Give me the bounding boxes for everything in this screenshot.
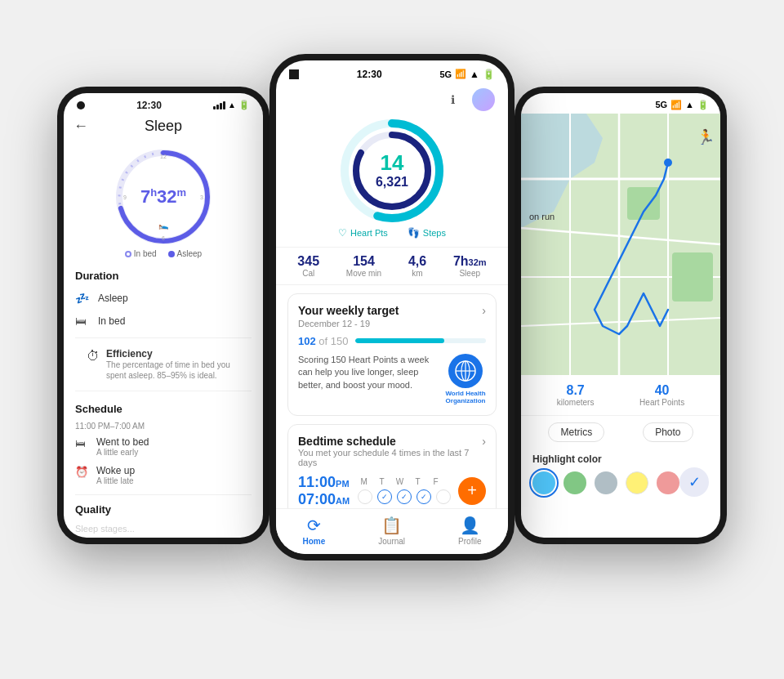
nav-profile[interactable]: 👤 Profile — [458, 516, 481, 546]
weekly-target-card: Your weekly target › December 12 - 19 10… — [287, 293, 497, 416]
woke-up-icon: ⏰ — [75, 466, 90, 478]
cal-value: 345 — [297, 254, 319, 269]
ring-main-value: 14 — [376, 151, 408, 175]
left-header: ← Sleep — [64, 114, 263, 141]
color-red-dot[interactable] — [657, 471, 679, 494]
heartpts-map-label: Heart Points — [639, 398, 684, 407]
right-battery-icon: 🔋 — [697, 100, 709, 110]
weekly-card-desc: Scoring 150 Heart Points a week can help… — [298, 354, 437, 393]
confirm-button[interactable]: ✓ — [679, 467, 709, 497]
left-time: 12:30 — [136, 100, 162, 111]
day-m-label: M — [358, 477, 371, 486]
went-to-bed-row: 🛏 Went to bed A little early — [64, 432, 263, 461]
nav-journal[interactable]: 📋 Journal — [378, 516, 405, 546]
map-stats: 8.7 kilometers 40 Heart Points — [521, 375, 720, 416]
avatar[interactable] — [472, 88, 495, 111]
movemin-stat: 154 Move min — [346, 254, 381, 278]
woke-up-sub: A little late — [96, 476, 135, 485]
asleep-dot — [168, 251, 175, 257]
color-gray-dot[interactable] — [595, 471, 617, 494]
asleep-label-row: Asleep — [98, 293, 128, 304]
battery-icon: 🔋 — [483, 69, 495, 80]
home-icon: ⟳ — [307, 516, 321, 535]
km-map-value: 8.7 — [557, 383, 595, 398]
profile-icon: 👤 — [460, 516, 480, 535]
quality-placeholder: Sleep stages... — [64, 520, 263, 537]
schedule-section: Schedule 11:00 PM–7:00 AM 🛏 Went to bed … — [64, 396, 263, 489]
km-map-stat: 8.7 kilometers — [557, 383, 595, 407]
center-network: 5G — [439, 69, 452, 79]
day-f-label: F — [430, 477, 443, 486]
day-t2-check: ✓ — [416, 489, 431, 504]
ring-container: 14 6,321 — [276, 118, 508, 224]
info-button[interactable]: ℹ — [441, 88, 464, 111]
sleep-clock: 12 3 6 9 🛌 7h32m — [64, 148, 263, 246]
divider2 — [75, 391, 252, 391]
schedule-title: Schedule — [64, 400, 263, 420]
runner-icon: 🏃 — [697, 128, 715, 146]
km-map-label: kilometers — [557, 398, 595, 407]
bedtime-schedule-card: Bedtime schedule › You met your schedule… — [287, 424, 497, 519]
metric-labels: ♡ Heart Pts 👣 Steps — [276, 227, 508, 239]
woke-up-main: Woke up — [96, 465, 135, 476]
run-label-text: on run — [529, 212, 555, 221]
signal-icon: ▲ — [470, 69, 479, 80]
day-t1-check: ✓ — [377, 489, 392, 504]
steps-text: Steps — [423, 228, 446, 238]
photo-button[interactable]: Photo — [643, 422, 693, 442]
svg-text:9: 9 — [123, 194, 127, 200]
went-to-bed-sub: A little early — [96, 448, 149, 457]
sleep-title: Sleep — [96, 118, 253, 135]
day-t2-label: T — [412, 477, 425, 486]
progress-text: 102 of 150 — [298, 335, 349, 347]
color-green-dot[interactable] — [564, 471, 586, 494]
day-t1-label: T — [376, 477, 389, 486]
left-phone: 12:30 ▲ 🔋 ← Sleep — [57, 87, 270, 544]
center-status-icons: 5G 📶 ▲ 🔋 — [439, 69, 495, 80]
svg-rect-24 — [627, 187, 660, 220]
efficiency-row: ⏱ Efficiency The percentage of time in b… — [64, 343, 263, 386]
bedtime-arrow[interactable]: › — [482, 435, 486, 448]
left-status-bar: 12:30 ▲ 🔋 — [64, 93, 263, 114]
metrics-button[interactable]: Metrics — [548, 422, 604, 442]
efficiency-icon: ⏱ — [87, 349, 100, 364]
right-toolbar: Metrics Photo — [521, 416, 720, 449]
heartpts-map-stat: 40 Heart Points — [639, 383, 684, 407]
clock-time-display: 7h32m — [140, 185, 186, 207]
heartpts-text: Heart Pts — [350, 228, 388, 238]
progress-row: 102 of 150 — [298, 335, 486, 347]
who-emblem — [454, 360, 477, 382]
quality-title: Quality — [64, 500, 263, 520]
inbed-label-row: In bed — [98, 315, 125, 327]
highlight-title: Highlight color — [532, 453, 709, 465]
left-status-icons: ▲ 🔋 — [213, 100, 250, 110]
color-blue-dot[interactable] — [532, 471, 555, 494]
run-start-dot — [664, 159, 672, 167]
clock-minutes: 32 — [157, 186, 176, 207]
home-label: Home — [303, 537, 326, 546]
went-to-bed-icon: 🛏 — [75, 437, 90, 449]
color-yellow-dot[interactable] — [626, 471, 648, 494]
divider1 — [75, 337, 252, 338]
add-schedule-button[interactable]: + — [458, 477, 486, 505]
right-phone: 5G 📶 ▲ 🔋 — [514, 87, 727, 544]
who-logo: World Health Organization — [445, 354, 486, 405]
center-status-bar: 12:30 5G 📶 ▲ 🔋 — [276, 60, 508, 83]
cal-label: Cal — [297, 269, 319, 278]
asleep-icon: 💤 — [75, 292, 90, 305]
right-signal-icon: ▲ — [685, 100, 694, 109]
weekly-target-arrow[interactable]: › — [482, 304, 486, 317]
stats-row: 345 Cal 154 Move min 4,6 km 7h32m Sleep — [276, 247, 508, 285]
profile-label: Profile — [458, 537, 481, 546]
heart-icon: ♡ — [338, 227, 347, 239]
sleep-stat: 7h32m Sleep — [453, 254, 487, 278]
km-label: km — [408, 269, 426, 278]
nav-home[interactable]: ⟳ Home — [303, 516, 326, 546]
svg-text:6: 6 — [162, 235, 165, 241]
inbed-label: In bed — [134, 249, 157, 258]
wifi-icon: 📶 — [455, 69, 466, 79]
back-arrow-icon[interactable]: ← — [74, 118, 88, 135]
inbed-icon: 🛏 — [75, 315, 90, 328]
woke-up-row: ⏰ Woke up A little late — [64, 461, 263, 489]
steps-icon: 👣 — [408, 227, 420, 239]
